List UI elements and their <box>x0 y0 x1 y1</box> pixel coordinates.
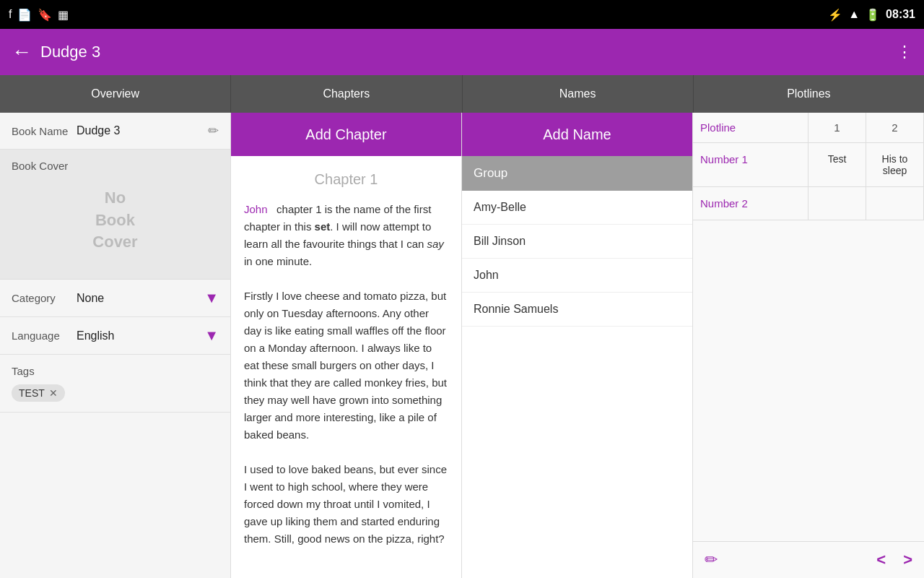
tags-field: Tags TEST ✕ <box>0 355 230 413</box>
plotlines-table-scroll: Plotline 1 2 Number 1 Test His to sleep … <box>693 113 924 541</box>
tab-plotlines[interactable]: Plotlines <box>694 75 924 113</box>
status-icons-left: f 📄 🔖 ▦ <box>9 8 69 22</box>
add-name-button[interactable]: Add Name <box>462 113 692 156</box>
app-bar-left: ← Dudge 3 <box>12 40 100 64</box>
language-field[interactable]: Language English ▼ <box>0 317 230 355</box>
tag-close-button[interactable]: ✕ <box>49 387 58 399</box>
chapter-paragraph-2: Firstly I love cheese and tomato pizza, … <box>244 288 448 444</box>
wifi-icon: ▲ <box>848 8 860 21</box>
book-name-field: Book Name Dudge 3 ✏ <box>0 113 230 150</box>
barcode-icon: ▦ <box>58 8 69 22</box>
plotline-row-1-cell-1[interactable]: Test <box>808 143 866 186</box>
add-chapter-button[interactable]: Add Chapter <box>231 113 461 156</box>
plotline-row-1-name: Number 1 <box>693 143 808 186</box>
plotline-row-2: Number 2 <box>693 187 924 220</box>
book-cover-label: Book Cover <box>12 160 68 172</box>
plotlines-edit-icon[interactable]: ✏ <box>705 551 718 569</box>
name-item-amy-belle[interactable]: Amy-Belle <box>462 191 692 225</box>
plotline-row-2-name: Number 2 <box>693 187 808 220</box>
chapter-paragraph-3: I used to love baked beans, but ever sin… <box>244 461 448 548</box>
battery-icon: 🔋 <box>866 8 880 22</box>
language-dropdown-icon: ▼ <box>204 327 219 344</box>
time-display: 08:31 <box>886 8 915 21</box>
chapter-name-highlight: John <box>244 203 268 215</box>
chapters-panel: Add Chapter Chapter 1 John chapter 1 is … <box>231 113 462 578</box>
app-title: Dudge 3 <box>40 43 100 61</box>
category-value: None <box>77 292 204 305</box>
plotlines-col-header-2: 2 <box>866 113 924 143</box>
names-panel: Add Name Group Amy-Belle Bill Jinson Joh… <box>462 113 693 578</box>
plotlines-panel: Plotline 1 2 Number 1 Test His to sleep … <box>693 113 924 578</box>
plotlines-col-header-0: Plotline <box>693 113 808 143</box>
back-button[interactable]: ← <box>12 40 32 64</box>
bookmark-icon: 🔖 <box>38 8 52 22</box>
tab-overview[interactable]: Overview <box>0 75 231 113</box>
plotline-row-2-cell-2[interactable] <box>866 187 924 220</box>
plotline-row-2-cell-1[interactable] <box>808 187 866 220</box>
name-group-header: Group <box>462 156 692 191</box>
chapter-content: Chapter 1 John chapter 1 is the name of … <box>231 156 461 559</box>
chapter-paragraph-1: John chapter 1 is the name of the first … <box>244 201 448 270</box>
name-item-ronnie-samuels[interactable]: Ronnie Samuels <box>462 293 692 327</box>
language-value: English <box>77 329 204 342</box>
plotlines-nav: < > <box>876 551 912 569</box>
bluetooth-icon: ⚡ <box>828 8 842 22</box>
tags-label: Tags <box>12 365 219 377</box>
tags-container: TEST ✕ <box>12 384 219 402</box>
book-cover-field: Book Cover NoBookCover <box>0 150 230 280</box>
tab-bar: Overview Chapters Names Plotlines <box>0 75 924 113</box>
add-chapter-label: Add Chapter <box>305 126 386 143</box>
file-icon: 📄 <box>17 8 32 22</box>
language-label: Language <box>12 329 77 342</box>
tab-chapters[interactable]: Chapters <box>231 75 462 113</box>
app-bar: ← Dudge 3 ⋮ <box>0 29 924 75</box>
category-dropdown-icon: ▼ <box>204 290 219 306</box>
add-name-label: Add Name <box>543 126 611 143</box>
overview-panel: Book Name Dudge 3 ✏ Book Cover NoBookCov… <box>0 113 231 578</box>
name-item-bill-jinson[interactable]: Bill Jinson <box>462 225 692 259</box>
facebook-icon: f <box>9 8 12 21</box>
plotline-row-1-cell-2[interactable]: His to sleep <box>866 143 924 186</box>
plotlines-prev-button[interactable]: < <box>876 551 886 569</box>
more-menu-button[interactable]: ⋮ <box>897 43 912 61</box>
plotlines-next-button[interactable]: > <box>903 551 912 569</box>
category-label: Category <box>12 292 77 304</box>
book-name-label: Book Name <box>12 125 77 137</box>
name-item-john[interactable]: John <box>462 259 692 293</box>
plotlines-header: Plotline 1 2 <box>693 113 924 143</box>
chapter-title: Chapter 1 <box>244 168 448 191</box>
main-content: Book Name Dudge 3 ✏ Book Cover NoBookCov… <box>0 113 924 578</box>
tag-chip-test: TEST ✕ <box>12 384 65 402</box>
status-bar: f 📄 🔖 ▦ ⚡ ▲ 🔋 08:31 <box>0 0 924 29</box>
category-field[interactable]: Category None ▼ <box>0 280 230 317</box>
book-name-value: Dudge 3 <box>77 124 208 137</box>
plotlines-col-header-1: 1 <box>808 113 866 143</box>
plotlines-footer: ✏ < > <box>693 541 924 578</box>
tag-chip-label: TEST <box>19 387 45 399</box>
status-icons-right: ⚡ ▲ 🔋 08:31 <box>828 8 915 22</box>
book-name-edit-icon[interactable]: ✏ <box>208 123 219 139</box>
plotline-row-1: Number 1 Test His to sleep <box>693 143 924 187</box>
book-cover-placeholder: NoBookCover <box>92 172 137 269</box>
tab-names[interactable]: Names <box>463 75 694 113</box>
plotlines-controls-area: ✏ < > <box>693 541 924 578</box>
